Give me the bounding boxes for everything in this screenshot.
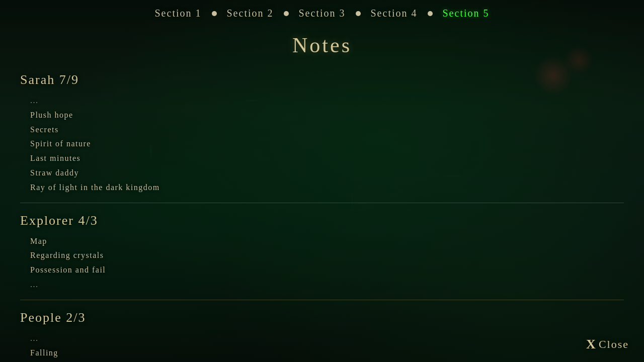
tab-section4[interactable]: Section 4 — [363, 5, 425, 22]
list-item[interactable]: ... — [20, 278, 624, 292]
tab-section3[interactable]: Section 3 — [291, 5, 353, 22]
close-x-icon: X — [586, 337, 597, 352]
close-button[interactable]: X Close — [586, 337, 629, 352]
list-item[interactable]: Secrets — [20, 123, 624, 137]
nav-dot-1 — [212, 11, 217, 16]
nav-dot-3 — [356, 11, 361, 16]
nav-dot-4 — [428, 11, 433, 16]
group-people-title: People 2/3 — [20, 310, 624, 325]
group-sarah: Sarah 7/9 ... Plush hope Secrets Spirit … — [20, 62, 624, 203]
list-item[interactable]: Map — [20, 234, 624, 249]
list-item[interactable]: Possession and fail — [20, 263, 624, 278]
group-explorer-title: Explorer 4/3 — [20, 213, 624, 228]
list-item[interactable]: Spirit of nature — [20, 137, 624, 151]
list-item[interactable]: ... — [20, 94, 624, 108]
close-label: Close — [599, 338, 629, 351]
page-title: Notes — [0, 26, 644, 62]
list-item[interactable]: Falling — [20, 346, 624, 360]
group-explorer: Explorer 4/3 Map Regarding crystals Poss… — [20, 203, 624, 300]
list-item[interactable]: Straw daddy — [20, 166, 624, 180]
list-item[interactable]: ... — [20, 331, 624, 346]
list-item[interactable]: Regarding crystals — [20, 248, 624, 263]
nav-tabs: Section 1 Section 2 Section 3 Section 4 … — [0, 0, 644, 26]
list-item[interactable]: Last minutes — [20, 151, 624, 166]
group-people: People 2/3 ... Falling — [20, 300, 624, 362]
tab-section5[interactable]: Section 5 — [435, 5, 497, 22]
list-item[interactable]: Plush hope — [20, 108, 624, 123]
tab-section1[interactable]: Section 1 — [147, 5, 209, 22]
list-item[interactable]: Ray of light in the dark kingdom — [20, 180, 624, 195]
notes-content: Sarah 7/9 ... Plush hope Secrets Spirit … — [0, 62, 644, 362]
group-sarah-title: Sarah 7/9 — [20, 72, 624, 87]
nav-dot-2 — [284, 11, 289, 16]
tab-section2[interactable]: Section 2 — [219, 5, 281, 22]
